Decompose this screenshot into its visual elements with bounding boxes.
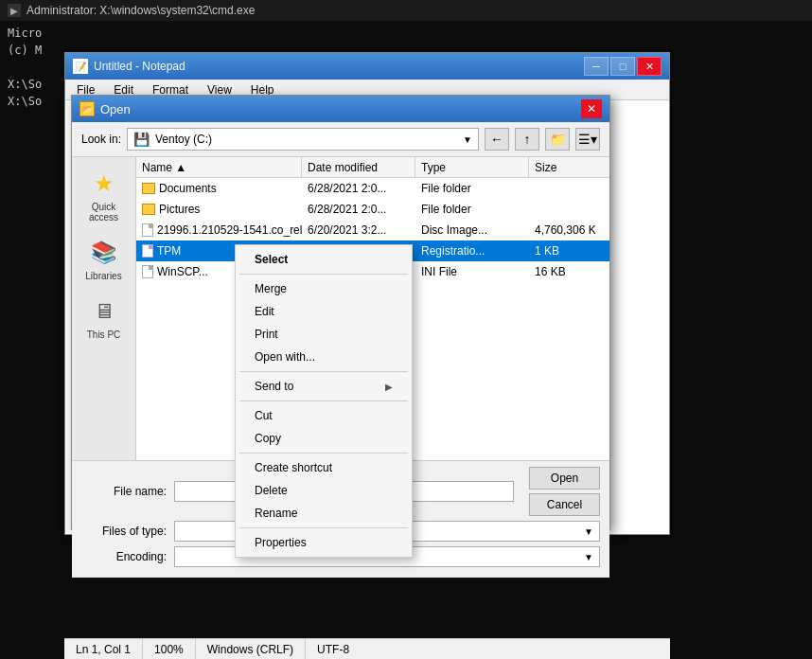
ctx-separator-5 <box>239 527 408 528</box>
notepad-statusbar: Ln 1, Col 1 100% Windows (CRLF) UTF-8 <box>64 638 670 659</box>
table-row[interactable]: Pictures 6/28/2021 2:0... File folder <box>136 199 609 220</box>
file-icon <box>142 223 153 237</box>
view-button[interactable]: ☰▾ <box>575 128 600 151</box>
col-date[interactable]: Date modified <box>302 157 415 177</box>
folder-icon <box>142 204 155 215</box>
ctx-cut[interactable]: Cut <box>236 404 412 427</box>
sidebar-item-libraries[interactable]: 📚 Libraries <box>77 234 132 285</box>
encoding-type: UTF-8 <box>317 643 349 656</box>
sidebar-item-this-pc[interactable]: 🖥 This PC <box>77 293 132 344</box>
ctx-select[interactable]: Select <box>236 248 412 271</box>
status-line-endings: Windows (CRLF) <box>196 639 306 659</box>
ctx-send-to[interactable]: Send to ▶ <box>236 375 412 398</box>
file-type-cell: File folder <box>415 180 529 197</box>
dialog-titlebar: 📂 Open ✕ <box>72 96 609 122</box>
table-row[interactable]: Documents 6/28/2021 2:0... File folder <box>136 178 609 199</box>
file-type-cell: File folder <box>415 201 529 218</box>
cmd-line-1: Micro <box>8 25 804 42</box>
file-name-label: File name: <box>81 485 167 498</box>
ctx-copy[interactable]: Copy <box>236 427 412 450</box>
ctx-delete[interactable]: Delete <box>236 479 412 502</box>
cursor-position: Ln 1, Col 1 <box>76 643 131 656</box>
open-button[interactable]: Open <box>529 467 600 490</box>
quick-access-label: Quick access <box>80 202 128 223</box>
file-size-cell: 1 KB <box>529 242 595 259</box>
col-name[interactable]: Name ▲ <box>136 157 302 177</box>
table-row[interactable]: 21996.1.210529-1541.co_rele... 6/20/2021… <box>136 220 609 240</box>
ctx-separator-3 <box>239 401 408 401</box>
dialog-close-button[interactable]: ✕ <box>581 99 602 118</box>
file-icon <box>142 244 153 258</box>
dialog-toolbar: Look in: 💾 Ventoy (C:) ▼ ← ↑ 📁 ☰▾ <box>72 122 609 157</box>
ctx-separator-4 <box>239 453 408 454</box>
zoom-level: 100% <box>154 643 184 656</box>
cmd-title: Administrator: X:\windows\system32\cmd.e… <box>26 4 255 17</box>
maximize-button[interactable]: □ <box>610 57 635 76</box>
library-icon: 📚 <box>89 238 119 268</box>
ctx-separator-1 <box>239 274 408 275</box>
notepad-titlebar: 📝 Untitled - Notepad ─ □ ✕ <box>65 53 669 80</box>
cmd-titlebar: ▶ Administrator: X:\windows\system32\cmd… <box>0 0 812 21</box>
status-zoom: 100% <box>143 639 196 659</box>
file-date-cell: 6/20/2021 3:2... <box>302 222 415 239</box>
file-size-cell: 4,760,306 KB <box>529 222 595 239</box>
col-type[interactable]: Type <box>415 157 529 177</box>
file-type-cell: Disc Image... <box>415 222 529 239</box>
encoding-label: Encoding: <box>81 550 167 563</box>
cmd-icon: ▶ <box>8 4 21 17</box>
window-controls: ─ □ ✕ <box>584 57 662 76</box>
file-size-cell <box>529 207 595 211</box>
encoding-arrow-icon: ▼ <box>584 552 593 562</box>
cancel-button[interactable]: Cancel <box>529 493 600 516</box>
look-in-value: Ventoy (C:) <box>155 133 212 146</box>
new-folder-button[interactable]: 📁 <box>545 128 570 151</box>
back-button[interactable]: ← <box>485 128 509 151</box>
ctx-open-with[interactable]: Open with... <box>236 346 412 368</box>
file-name-cell: Pictures <box>136 201 302 218</box>
libraries-label: Libraries <box>85 271 121 281</box>
minimize-button[interactable]: ─ <box>584 57 609 76</box>
status-encoding: UTF-8 <box>306 639 361 659</box>
ctx-separator-2 <box>239 371 408 372</box>
file-name-cell: 21996.1.210529-1541.co_rele... <box>136 222 302 239</box>
notepad-icon: 📝 <box>73 59 88 74</box>
dropdown-arrow-icon: ▼ <box>463 134 472 145</box>
sidebar-panel: ★ Quick access 📚 Libraries 🖥 This PC <box>72 157 136 460</box>
file-icon <box>142 265 153 278</box>
folder-icon <box>142 183 155 194</box>
up-button[interactable]: ↑ <box>515 128 539 151</box>
file-size-cell <box>529 187 595 190</box>
file-list-header: Name ▲ Date modified Type Size <box>136 157 609 178</box>
file-size-cell: 16 KB <box>529 263 595 280</box>
ctx-print[interactable]: Print <box>236 323 412 346</box>
notepad-title: Untitled - Notepad <box>94 60 185 73</box>
notepad-title-left: 📝 Untitled - Notepad <box>73 59 185 74</box>
col-size[interactable]: Size <box>529 157 595 177</box>
ctx-edit[interactable]: Edit <box>236 300 412 323</box>
file-type-cell: Registratio... <box>415 242 529 259</box>
file-type-cell: INI File <box>415 263 529 280</box>
dialog-folder-icon: 📂 <box>79 101 95 116</box>
ctx-create-shortcut[interactable]: Create shortcut <box>236 456 412 479</box>
ctx-rename[interactable]: Rename <box>236 502 412 525</box>
ctx-properties[interactable]: Properties <box>236 531 412 554</box>
dialog-title-left: 📂 Open <box>79 101 131 116</box>
file-name-cell: Documents <box>136 180 302 197</box>
look-in-dropdown[interactable]: 💾 Ventoy (C:) ▼ <box>127 128 479 151</box>
submenu-arrow-icon: ▶ <box>385 382 393 392</box>
ctx-merge[interactable]: Merge <box>236 277 412 300</box>
computer-icon: 🖥 <box>89 296 119 327</box>
file-date-cell: 6/28/2021 2:0... <box>302 180 415 197</box>
context-menu: Select Merge Edit Print Open with... Sen… <box>235 244 413 558</box>
this-pc-label: This PC <box>87 330 121 340</box>
look-in-label: Look in: <box>81 133 121 146</box>
file-type-label: Files of type: <box>81 525 167 538</box>
file-date-cell: 6/28/2021 2:0... <box>302 201 415 218</box>
file-type-arrow-icon: ▼ <box>584 526 593 537</box>
star-icon: ★ <box>89 169 119 199</box>
sidebar-item-quick-access[interactable]: ★ Quick access <box>77 165 132 226</box>
status-position: Ln 1, Col 1 <box>64 639 143 659</box>
line-ending-type: Windows (CRLF) <box>207 643 293 656</box>
close-button[interactable]: ✕ <box>637 57 662 76</box>
dialog-title: Open <box>100 102 131 116</box>
